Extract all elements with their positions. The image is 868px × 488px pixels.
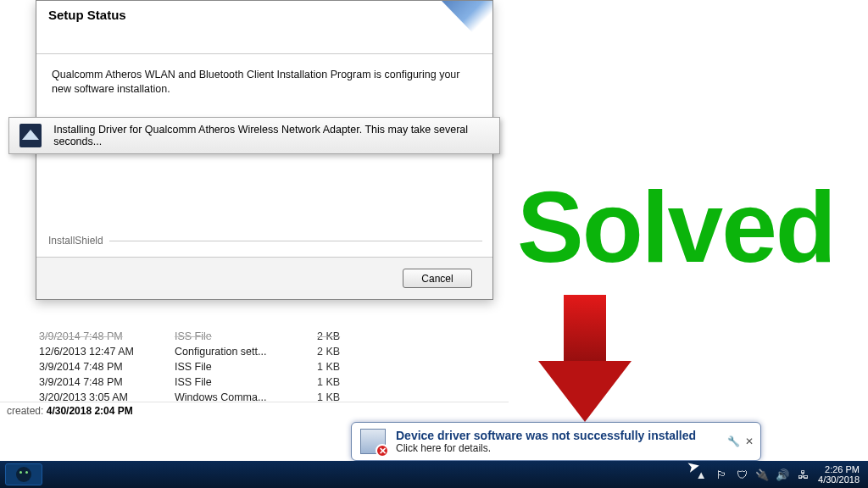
- cell-size: 1 KB: [317, 374, 385, 390]
- cell-date: 12/6/2013 12:47 AM: [39, 344, 175, 359]
- tray-icon[interactable]: 🖧: [796, 468, 810, 481]
- table-row[interactable]: 12/6/2013 12:47 AMConfiguration sett...2…: [39, 344, 385, 359]
- balloon-settings-icon[interactable]: 🔧: [727, 435, 740, 447]
- notification-balloon[interactable]: ✕ Device driver software was not success…: [351, 422, 761, 461]
- clock-date: 4/30/2018: [818, 474, 860, 485]
- table-row[interactable]: 3/9/2014 7:48 PMISS File1 KB: [39, 374, 385, 390]
- dialog-body: Qualcomm Atheros WLAN and Bluetooth Clie…: [36, 53, 492, 257]
- balloon-text: Device driver software was not successfu…: [396, 429, 696, 454]
- balloon-title: Device driver software was not successfu…: [396, 429, 696, 442]
- file-table: 3/9/2014 7:48 PMISS File2 KB12/6/2013 12…: [39, 329, 385, 405]
- taskbar-clock[interactable]: 2:26 PM 4/30/2018: [818, 464, 860, 485]
- tray-icon[interactable]: 🔌: [755, 468, 769, 481]
- installer-icon: [19, 124, 42, 147]
- table-row[interactable]: 3/9/2014 7:48 PMISS File1 KB: [39, 359, 385, 374]
- file-list: 3/9/2014 7:48 PMISS File2 KB12/6/2013 12…: [39, 329, 385, 405]
- cancel-button[interactable]: Cancel: [403, 269, 472, 288]
- cell-type: ISS File: [175, 329, 317, 344]
- dialog-footer: Cancel: [36, 257, 492, 299]
- overlay-solved-text: Solved: [517, 169, 835, 285]
- cell-type: ISS File: [175, 359, 317, 374]
- cell-size: 2 KB: [317, 344, 385, 359]
- cell-date: 3/9/2014 7:48 PM: [39, 359, 175, 374]
- statusbar-value: 4/30/2018 2:04 PM: [47, 405, 133, 417]
- tray-icon[interactable]: 🔊: [776, 468, 789, 481]
- cell-type: ISS File: [175, 374, 317, 390]
- taskbar: ➤ ▲🏳🛡🔌🔊🖧 2:26 PM 4/30/2018: [0, 461, 868, 488]
- dialog-body-text: Qualcomm Atheros WLAN and Bluetooth Clie…: [52, 68, 477, 97]
- balloon-tools: 🔧 ✕: [727, 435, 754, 447]
- tray-icon[interactable]: 🛡: [735, 468, 748, 481]
- tray-icon[interactable]: 🏳: [715, 468, 728, 481]
- cell-type: Configuration sett...: [175, 344, 317, 359]
- statusbar-label: created:: [7, 405, 43, 417]
- installshield-label: InstallShield: [48, 235, 103, 247]
- balloon-close-icon[interactable]: ✕: [745, 435, 754, 447]
- dialog-title: Setup Status: [48, 8, 126, 22]
- cell-size: 2 KB: [317, 329, 385, 344]
- cell-date: 3/9/2014 7:48 PM: [39, 374, 175, 390]
- app-face-icon: [16, 467, 31, 482]
- progress-text: Installing Driver for Qualcomm Atheros W…: [53, 124, 489, 147]
- cell-date: 3/9/2014 7:48 PM: [39, 329, 175, 344]
- cell-size: 1 KB: [317, 359, 385, 374]
- system-tray: ▲🏳🛡🔌🔊🖧 2:26 PM 4/30/2018: [694, 464, 868, 485]
- error-badge-icon: ✕: [376, 444, 389, 458]
- progress-popup: Installing Driver for Qualcomm Atheros W…: [8, 117, 500, 154]
- tray-icon[interactable]: ▲: [694, 468, 708, 481]
- overlay-arrow-icon: [538, 295, 615, 424]
- explorer-statusbar: created: 4/30/2018 2:04 PM: [0, 402, 509, 419]
- page-curl-decoration: [442, 1, 492, 53]
- balloon-device-icon: ✕: [359, 427, 387, 456]
- taskbar-app-button[interactable]: [5, 463, 42, 485]
- dialog-header: Setup Status: [36, 1, 492, 53]
- table-row[interactable]: 3/9/2014 7:48 PMISS File2 KB: [39, 329, 385, 344]
- clock-time: 2:26 PM: [818, 464, 860, 474]
- balloon-subtitle: Click here for details.: [396, 442, 696, 454]
